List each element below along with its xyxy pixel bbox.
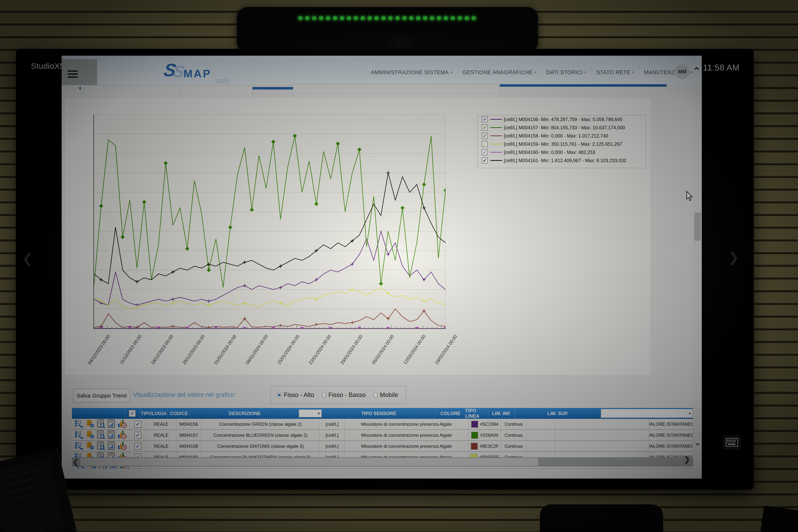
legend-row-M004158: ✓ [cell/L] M004158- Min: 0,000 - Max: 1.… [478,132,646,140]
legend-checkbox-M004157[interactable]: ✓ [482,125,488,131]
row-checkbox[interactable]: ✓ [134,443,141,450]
radio-fisso-basso[interactable] [322,392,326,398]
legend-row-M004156: ✓ [cell/L] M004156- Min: 478.287,759 - M… [478,115,646,124]
legend-line-sample [490,119,502,120]
grid-wrench-icon[interactable] [75,442,84,451]
nav-item-gestione-anagrafiche[interactable]: GESTIONE ANAGRAFICHE▾ [457,66,542,78]
app-logo: MAP [184,67,211,80]
clipboard-search-icon[interactable] [97,430,106,440]
row-checkbox-cell: ✓ [130,430,146,440]
foreground-object [540,505,663,532]
chevron-down-icon: ▾ [534,70,536,75]
scroll-left-icon[interactable]: ❮ [73,458,79,466]
led-dot [416,16,420,20]
radio-mobile[interactable] [374,392,378,398]
unit-filter-select[interactable]: ▾ [299,410,322,417]
value-type-filter-cell: ▾ [601,408,693,419]
row-checkbox[interactable]: ✓ [134,421,141,428]
color-swatch [471,421,478,428]
led-dot [340,16,344,20]
cell-unita: [cell/L] [320,430,344,440]
legend-line-sample [490,135,502,136]
hamburger-menu-button[interactable] [68,69,78,79]
value-type-filter-select[interactable]: ▾ [601,409,693,418]
led-dot [423,16,428,20]
legend-label: [cell/L] M004156- Min: 478.287,759 - Max… [504,117,622,122]
cell-tipo-sensore: Misuratore di concentrazione presenza Al… [344,430,469,440]
column-header: CODICE [168,408,191,419]
led-dot [333,16,337,20]
main-nav: AMMINISTRAZIONE SISTEMA▾GESTIONE ANAGRAF… [366,66,697,78]
vertical-scrollbar[interactable] [694,85,702,456]
cell-descrizione: Concentrazione BLUEGREEN (classe algale … [201,430,320,440]
legend-checkbox-M004161[interactable]: ✓ [482,157,488,164]
clipboard-search-icon[interactable] [97,441,106,451]
database-gear-icon[interactable] [86,442,95,451]
report-chart-icon[interactable] [108,441,115,451]
bezel-left-arrow-icon[interactable]: ❮ [22,252,33,265]
bars-clock-icon[interactable] [118,419,127,429]
led-dot [458,16,462,20]
trend-chart-plot [93,114,446,329]
color-hex: #5C2384 [480,422,498,427]
unit-filter-cell: ▾ [299,408,322,419]
column-header: COLORE [436,408,465,419]
on-screen-keyboard-button[interactable] [723,435,741,450]
user-avatar[interactable]: MM [675,64,690,79]
report-chart-icon[interactable] [108,430,115,440]
viz-mode-radio-group: Fisso - AltoFisso - BassoMobile [270,386,406,404]
nav-item-stato-rete[interactable]: STATO RETE▾ [591,66,639,78]
horizontal-scrollbar-thumb[interactable] [80,458,538,466]
grid-wrench-icon[interactable] [75,420,84,429]
cell-unita: [cell/L] [320,419,344,430]
legend-checkbox-M004160[interactable]: ✓ [482,149,488,155]
led-dot [347,16,351,20]
save-trend-group-button[interactable]: Salva Gruppo Trend [73,389,130,402]
clock: 11:58 AM [703,63,740,73]
cell-colore: #328A00 [469,430,501,440]
bezel-right-arrow-icon[interactable]: ❯ [728,251,739,264]
led-dot [395,16,400,20]
legend-line-sample [490,127,502,128]
cell-valore: VALORE ISTANTANEO [649,441,693,452]
column-header: TIPOLOGIA [140,408,167,419]
select-all-checkbox[interactable]: ✓ [129,410,136,417]
series-line-M004159 [94,287,445,309]
vertical-scrollbar-thumb[interactable] [694,213,701,241]
radio-fisso-alto[interactable] [278,392,282,398]
cell-colore: #8E3C2F [469,441,501,452]
database-gear-icon[interactable] [86,420,95,429]
row-checkbox[interactable]: ✓ [134,432,141,439]
viz-mode-label: Visualizzazione del valore nel grafico: [133,391,236,398]
cell-tipo-linea: Continua [501,430,526,440]
legend-checkbox-M004158[interactable]: ✓ [482,133,488,139]
legend-checkbox-M004156[interactable]: ✓ [482,116,488,122]
led-dot [388,16,393,20]
legend-checkbox-M004159[interactable]: ✓ [482,141,488,147]
led-strip [298,15,476,21]
database-gear-icon[interactable] [86,431,95,440]
column-header: DESCRIZIONE [190,408,299,419]
nav-item-amministrazione-sistema[interactable]: AMMINISTRAZIONE SISTEMA▾ [366,66,457,78]
legend-label: [cell/L] M004161- Min: 1.812.409,967 - M… [504,158,626,163]
table-row-M004157: ✓REALEM004157Concentrazione BLUEGREEN (c… [72,430,693,441]
bars-clock-icon[interactable] [118,430,127,440]
nav-item-label: STATO RETE [596,69,630,75]
cell-tipologia: REALE [146,419,176,430]
scroll-right-icon[interactable]: ❯ [684,455,690,464]
nav-item-dati-storici[interactable]: DATI STORICI▾ [541,66,591,78]
legend-row-M004160: ✓ [cell/L] M004160- Min: 0,000 - Max: 48… [478,148,646,156]
bars-clock-icon[interactable] [118,441,127,451]
row-checkbox-cell: ✓ [130,441,146,452]
scroll-up-chevron-icon[interactable]: ⌃ [692,65,701,77]
report-chart-icon[interactable] [108,419,115,429]
grid-wrench-icon[interactable] [75,431,84,440]
table-header-row: ✓TIPOLOGIACODICEDESCRIZIONE▾TIPO SENSORE… [72,408,693,419]
chart-legend: ✓ [cell/L] M004156- Min: 478.287,759 - M… [477,115,646,168]
scroll-down-icon[interactable]: ⌄ [695,438,701,447]
led-dot [409,16,414,20]
cell-tipo-linea: Continua [501,419,526,430]
led-dot [464,16,469,20]
cell-tipo-linea: Continua [501,441,526,452]
clipboard-search-icon[interactable] [97,419,106,429]
